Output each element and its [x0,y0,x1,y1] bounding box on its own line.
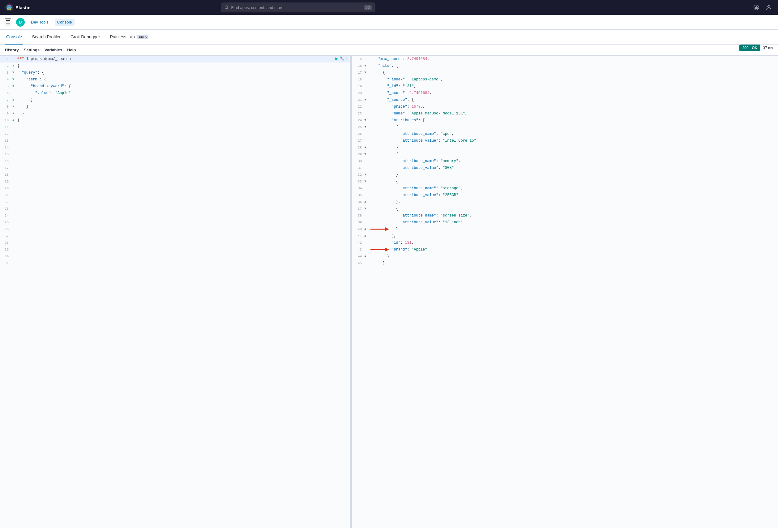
editor-line-29: 29 [0,246,350,253]
editor-line-15: 15 [0,151,350,158]
output-line-21: 21 ▼ "_source": { [352,96,778,103]
output-line-40: 40 ▲ } [352,226,778,233]
svg-line-6 [227,8,229,10]
second-nav: ☰ D Dev Tools › Console [0,15,778,30]
tab-painless-lab[interactable]: Painless Lab BETA [109,30,150,45]
search-icon [225,5,229,10]
editor-line-31: 31 [0,260,350,267]
editor-line-20: 20 [0,185,350,192]
global-search-bar[interactable]: Find apps, content, and more. ⌘/ [221,2,375,12]
editor-line-11: 11 [0,124,350,131]
editor-line-6: 6 "value": "Apple" [0,90,350,96]
output-line-27: 27 "attribute_value": "Intel Core i5" [352,137,778,144]
editor-panel: 1 GET laptops-demo/_search ▶ 🔧 | 2 ▼ { 3… [0,56,350,528]
editor-line-26: 26 [0,226,350,233]
output-panel: 15 "max_score": 2.7491684, 16 ▼ "hits": … [352,56,778,528]
editor-line-21: 21 [0,192,350,199]
output-line-26: 26 "attribute_name": "cpu", [352,131,778,137]
toolbar-row: History Settings Variables Help 200 - OK… [0,45,778,56]
editor-line-22: 22 [0,199,350,205]
user-menu-icon[interactable] [764,3,773,12]
editor-line-12: 12 [0,131,350,137]
svg-point-4 [8,5,11,10]
editor-line-27: 27 [0,233,350,239]
output-line-41: 41 ▲ ], [352,233,778,239]
copy-icon[interactable]: | [345,57,347,60]
elastic-logo[interactable]: Elastic [5,3,30,12]
output-line-19: 19 "_id": "131", [352,83,778,90]
editor-content[interactable]: 1 GET laptops-demo/_search ▶ 🔧 | 2 ▼ { 3… [0,56,350,528]
history-btn[interactable]: History [5,47,19,54]
tab-search-profiler[interactable]: Search Profiler [30,30,62,45]
output-line-37: 37 ▼ { [352,205,778,212]
output-line-29: 29 ▼ { [352,151,778,158]
output-line-45: 45 }. [352,260,778,267]
output-line-17: 17 ▼ { [352,69,778,76]
editor-line-23: 23 [0,205,350,212]
output-line-34: 34 "attribute_name": "storage", [352,185,778,192]
user-avatar[interactable]: D [16,18,25,26]
output-line-36: 36 ▲ }, [352,199,778,205]
svg-point-5 [225,6,228,9]
output-line-24: 24 ▼ "attributes": [ [352,117,778,124]
tabs-bar: Console Search Profiler Grok Debugger Pa… [0,30,778,45]
settings-btn[interactable]: Settings [24,47,40,54]
breadcrumb-dev-tools[interactable]: Dev Tools [28,18,51,26]
output-line-28: 28 ▲ }, [352,144,778,151]
output-line-39: 39 "attribute_value": "13 inch" [352,219,778,226]
editor-line-19: 19 [0,178,350,185]
hamburger-menu[interactable]: ☰ [5,18,11,26]
editor-line-14: 14 [0,144,350,151]
help-btn[interactable]: Help [67,47,76,54]
breadcrumb-separator: › [52,20,54,24]
output-line-18: 18 "_index": "laptops-demo", [352,76,778,83]
breadcrumb-console[interactable]: Console [55,18,75,26]
editor-line-24: 24 [0,212,350,219]
search-placeholder: Find apps, content, and more. [231,5,362,10]
output-line-35: 35 "attribute_value": "256GB" [352,192,778,199]
nav-icons [752,3,773,12]
main-content: 1 GET laptops-demo/_search ▶ 🔧 | 2 ▼ { 3… [0,56,778,528]
run-button[interactable]: ▶ [335,56,338,61]
output-content[interactable]: 15 "max_score": 2.7491684, 16 ▼ "hits": … [352,56,778,528]
output-line-32: 32 ▲ }, [352,171,778,178]
svg-point-8 [756,6,757,7]
tab-console[interactable]: Console [5,30,23,45]
editor-line-3: 3 ▼ "query": { [0,69,350,76]
editor-line-5: 5 ▼ "brand.keyword": { [0,83,350,90]
editor-line-4: 4 ▼ "term": { [0,76,350,83]
notification-icon[interactable] [752,3,761,12]
output-line-20: 20 "_score": 2.7491684, [352,90,778,96]
output-line-16: 16 ▼ "hits": [ [352,63,778,69]
editor-line-16: 16 [0,158,350,164]
status-code: 200 - OK [740,45,761,51]
editor-line-1: 1 GET laptops-demo/_search ▶ 🔧 | [0,56,350,63]
editor-line-17: 17 [0,164,350,171]
editor-line-8: 8 ▲ } [0,103,350,110]
editor-line-13: 13 [0,137,350,144]
output-line-43: 43 "brand": "Apple" [352,246,778,253]
editor-line-9: 9 ▲ } [0,110,350,117]
variables-btn[interactable]: Variables [45,47,62,54]
output-line-38: 38 "attribute_name": "screen_size", [352,212,778,219]
status-time: 37 ms [763,46,773,50]
output-line-30: 30 "attribute_name": "memory", [352,158,778,164]
status-bar: 200 - OK 37 ms [740,45,773,51]
search-shortcut: ⌘/ [364,5,372,10]
output-line-23: 23 "name": "Apple MacBook Model 131", [352,110,778,117]
top-nav: Elastic Find apps, content, and more. ⌘/ [0,0,778,15]
output-wrapper: 15 "max_score": 2.7491684, 16 ▼ "hits": … [352,56,778,528]
svg-point-9 [768,6,770,8]
line-actions: ▶ 🔧 | [335,56,350,61]
elastic-text: Elastic [15,5,30,10]
output-line-22: 22 "price": 16795, [352,103,778,110]
breadcrumb: Dev Tools › Console [28,18,75,26]
output-line-44: 44 ▲ } [352,253,778,260]
wrench-button[interactable]: 🔧 [339,56,344,61]
output-line-25: 25 ▼ { [352,124,778,131]
output-line-42: 42 "id": 131, [352,239,778,246]
editor-line-18: 18 [0,171,350,178]
tab-grok-debugger[interactable]: Grok Debugger [69,30,101,45]
editor-line-28: 28 [0,239,350,246]
editor-line-7: 7 ▲ } [0,96,350,103]
